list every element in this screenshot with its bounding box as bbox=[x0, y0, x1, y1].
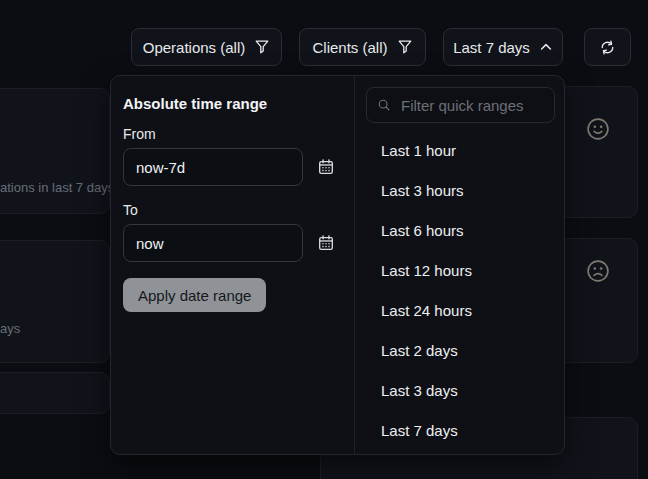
from-input[interactable] bbox=[123, 148, 303, 186]
absolute-time-range-title: Absolute time range bbox=[123, 95, 342, 112]
happy-face-icon bbox=[583, 114, 613, 144]
time-range-label: Last 7 days bbox=[453, 39, 530, 56]
background-stat-card bbox=[0, 372, 110, 414]
search-icon bbox=[377, 98, 391, 112]
background-stat-card bbox=[0, 240, 110, 363]
quick-range-option-last-12-hours[interactable]: Last 12 hours bbox=[355, 251, 564, 291]
time-picker-panel: Absolute time range From To bbox=[110, 75, 565, 455]
dashboard-screen: ations in last 7 days ays Operations (al… bbox=[0, 0, 648, 479]
refresh-button[interactable] bbox=[584, 28, 631, 66]
operations-filter-label: Operations (all) bbox=[143, 39, 246, 56]
clients-filter-label: Clients (all) bbox=[312, 39, 387, 56]
time-range-button[interactable]: Last 7 days bbox=[443, 28, 563, 66]
to-label: To bbox=[123, 202, 342, 218]
quick-range-option-last-24-hours[interactable]: Last 24 hours bbox=[355, 291, 564, 331]
background-stat-card bbox=[0, 88, 110, 214]
from-calendar-button[interactable] bbox=[317, 158, 335, 176]
absolute-time-range-section: Absolute time range From To bbox=[111, 76, 355, 454]
quick-range-option-last-3-days[interactable]: Last 3 days bbox=[355, 371, 564, 411]
quick-range-filter-input[interactable] bbox=[399, 96, 544, 115]
calendar-icon bbox=[317, 158, 335, 176]
to-input[interactable] bbox=[123, 224, 303, 262]
calendar-icon bbox=[317, 234, 335, 252]
background-caption-fragment: ays bbox=[0, 321, 20, 336]
quick-ranges-section: Last 1 hour Last 3 hours Last 6 hours La… bbox=[355, 76, 564, 454]
funnel-icon bbox=[397, 39, 413, 55]
from-label: From bbox=[123, 126, 342, 142]
quick-range-option-last-7-days[interactable]: Last 7 days bbox=[355, 411, 564, 451]
quick-range-option-last-2-days[interactable]: Last 2 days bbox=[355, 331, 564, 371]
quick-range-filter-box bbox=[366, 87, 555, 123]
to-calendar-button[interactable] bbox=[317, 234, 335, 252]
chevron-up-icon bbox=[539, 40, 553, 54]
quick-range-option-last-1-hour[interactable]: Last 1 hour bbox=[355, 131, 564, 171]
operations-filter-button[interactable]: Operations (all) bbox=[131, 28, 282, 66]
apply-date-range-button[interactable]: Apply date range bbox=[123, 278, 266, 312]
quick-range-option-last-3-hours[interactable]: Last 3 hours bbox=[355, 171, 564, 211]
quick-range-option-last-6-hours[interactable]: Last 6 hours bbox=[355, 211, 564, 251]
refresh-icon bbox=[599, 39, 616, 56]
sad-face-icon bbox=[583, 256, 613, 286]
clients-filter-button[interactable]: Clients (all) bbox=[299, 28, 426, 66]
background-caption-fragment: ations in last 7 days bbox=[0, 180, 114, 195]
quick-range-list: Last 1 hour Last 3 hours Last 6 hours La… bbox=[355, 131, 564, 451]
funnel-icon bbox=[254, 39, 270, 55]
